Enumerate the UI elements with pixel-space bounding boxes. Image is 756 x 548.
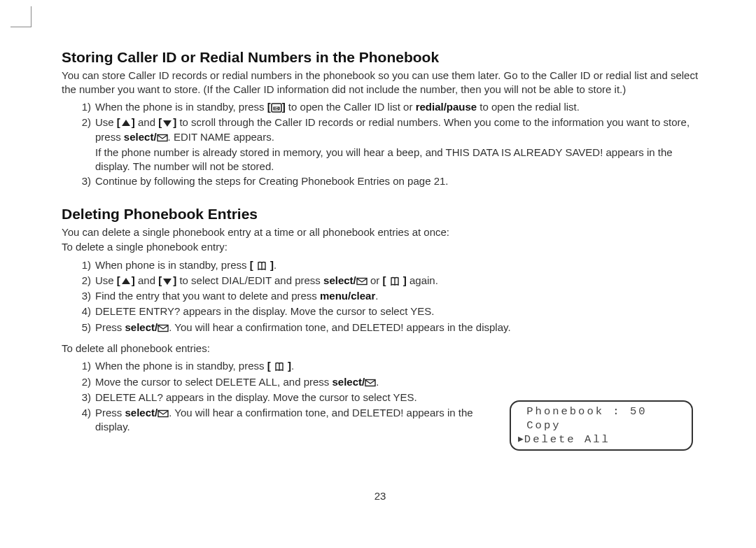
- step-number: 2): [76, 375, 95, 389]
- bracket: ]: [285, 360, 291, 372]
- all-step1: 1) When the phone is in standby, press […: [62, 359, 699, 373]
- lcd-text: Copy: [526, 419, 561, 432]
- all-step3: 3) DELETE ALL? appears in the display. M…: [62, 391, 489, 405]
- text: and: [135, 274, 158, 286]
- text: to open the Caller ID list or: [286, 101, 416, 113]
- single-step3: 3) Find the entry that you want to delet…: [62, 289, 699, 303]
- bracket: ]: [267, 259, 274, 271]
- bracket: [: [267, 360, 274, 372]
- text: select/: [323, 274, 356, 286]
- single-step4: 4) DELETE ENTRY? appears in the display.…: [62, 304, 699, 318]
- step-number: 1): [76, 359, 95, 373]
- bracket: ]: [400, 274, 407, 286]
- section1-title: Storing Caller ID or Redial Numbers in t…: [62, 49, 699, 66]
- envelope-icon: [158, 323, 169, 333]
- bracket: [: [382, 274, 388, 286]
- caller-id-icon: [271, 103, 282, 113]
- key-phonebook: [ ]: [250, 259, 274, 271]
- crop-mark-horizontal: [10, 27, 31, 28]
- single-step2: 2) Use [] and [] to select DIAL/EDIT and…: [62, 274, 699, 288]
- section2-sub1: To delete a single phonebook entry:: [62, 240, 699, 254]
- key-up: []: [117, 116, 135, 128]
- text: select/: [332, 376, 365, 388]
- text: . You will hear a confirmation tone, and…: [169, 321, 510, 333]
- text: .: [376, 376, 379, 388]
- step-number: 2): [76, 274, 95, 288]
- lcd-line3: ▶Delete All: [518, 433, 685, 447]
- key-select: select/: [124, 131, 168, 143]
- page-number: 23: [62, 490, 699, 502]
- envelope-icon: [356, 276, 368, 286]
- step-number: 3): [76, 391, 95, 405]
- lcd-line1: Phonebook : 50: [518, 405, 685, 419]
- envelope-icon: [365, 378, 376, 388]
- text: or: [368, 274, 383, 286]
- text: select/: [125, 407, 158, 419]
- step-number: 4): [76, 406, 95, 435]
- step-number: 4): [76, 304, 95, 318]
- text: .: [291, 360, 294, 372]
- cursor-icon: ▶: [518, 434, 524, 444]
- step-number: 1): [76, 100, 95, 114]
- step-number: 2): [76, 115, 95, 144]
- text: Find the entry that you want to delete a…: [95, 290, 320, 302]
- lcd-display: Phonebook : 50 Copy ▶Delete All: [510, 400, 693, 451]
- down-arrow-icon: [162, 276, 173, 286]
- text: and: [135, 116, 158, 128]
- key-phonebook: [ ]: [382, 274, 406, 286]
- key-up: []: [117, 274, 135, 286]
- phonebook-icon: [256, 261, 267, 271]
- key-down: []: [158, 116, 176, 128]
- envelope-icon: [157, 133, 168, 143]
- all-step2: 2) Move the cursor to select DELETE ALL,…: [62, 375, 489, 389]
- text: When the phone is in standby, press: [95, 360, 267, 372]
- phonebook-icon: [274, 362, 285, 372]
- text: . EDIT NAME appears.: [168, 131, 274, 143]
- section2-sub2: To delete all phonebook entries:: [62, 342, 699, 356]
- bracket: [: [250, 259, 256, 271]
- lcd-text: Phonebook : 50: [526, 405, 647, 418]
- key-phonebook: [ ]: [267, 360, 291, 372]
- key-select: select/: [125, 321, 169, 333]
- text: Press: [95, 321, 125, 333]
- section2-single-steps: 1) When phone is in standby, press [ ]. …: [62, 258, 699, 335]
- text: Use: [95, 274, 117, 286]
- section2-title: Deleting Phonebook Entries: [62, 206, 699, 223]
- text: select/: [125, 321, 158, 333]
- text: Continue by following the steps for Crea…: [95, 174, 699, 188]
- s1-step3: 3) Continue by following the steps for C…: [62, 174, 699, 188]
- single-step1: 1) When phone is in standby, press [ ].: [62, 258, 699, 272]
- key-redial-pause: redial/pause: [416, 101, 477, 113]
- all-step4: 4) Press select/. You will hear a confir…: [62, 406, 489, 435]
- text: DELETE ENTRY? appears in the display. Mo…: [95, 304, 699, 318]
- key-down: []: [158, 274, 176, 286]
- text: .: [375, 290, 378, 302]
- section1-steps: 1) When the phone is in standby, press […: [62, 100, 699, 189]
- text: Move the cursor to select DELETE ALL, an…: [95, 376, 332, 388]
- step-number: 3): [76, 174, 95, 188]
- key-select: select/: [332, 376, 377, 388]
- text: Use: [95, 116, 117, 128]
- down-arrow-icon: [162, 118, 173, 128]
- text: Press: [95, 407, 125, 419]
- s1-step2-note: If the phone number is already stored in…: [62, 146, 699, 174]
- text: When phone is in standby, press: [95, 259, 250, 271]
- text: to open the redial list.: [477, 101, 580, 113]
- phonebook-icon: [389, 276, 400, 286]
- page-content: Storing Caller ID or Redial Numbers in t…: [62, 49, 699, 442]
- text: When the phone is in standby, press: [95, 101, 267, 113]
- up-arrow-icon: [120, 276, 132, 286]
- envelope-icon: [158, 409, 169, 419]
- key-menu-clear: menu/clear: [320, 290, 375, 302]
- section2-intro: You can delete a single phonebook entry …: [62, 225, 699, 239]
- key-cid: []: [267, 101, 286, 113]
- s1-step2: 2) Use [] and [] to scroll through the C…: [62, 115, 699, 144]
- step-number: 3): [76, 289, 95, 303]
- text: select/: [124, 131, 157, 143]
- key-select: select/: [323, 274, 368, 286]
- text: DELETE ALL? appears in the display. Move…: [95, 391, 489, 405]
- lcd-text: Delete All: [524, 433, 610, 446]
- text: .: [274, 259, 276, 271]
- lcd-line2: Copy: [518, 419, 685, 433]
- up-arrow-icon: [120, 118, 132, 128]
